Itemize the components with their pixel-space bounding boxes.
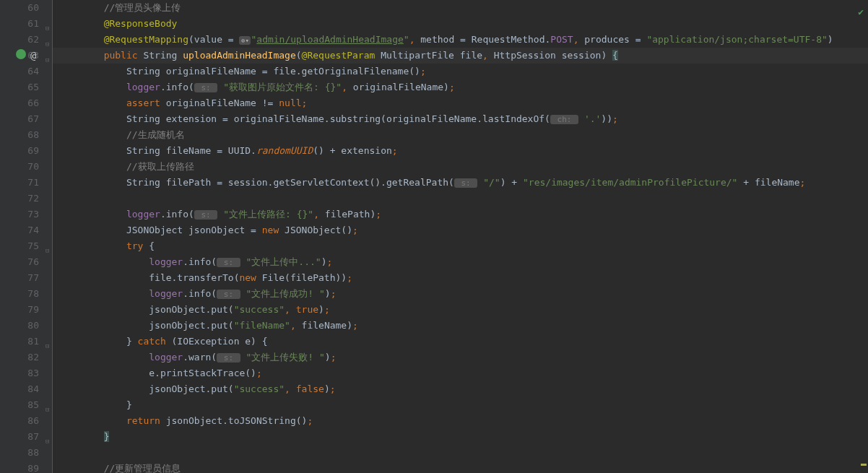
line-number: 82	[0, 350, 39, 365]
token	[240, 288, 246, 299]
token: ,	[482, 50, 488, 61]
line-number: 76	[0, 254, 39, 270]
code-line[interactable]: @ResponseBody	[53, 16, 868, 32]
line-number: 64	[0, 64, 39, 79]
token: )	[324, 383, 330, 394]
token	[240, 256, 246, 267]
token: file.transferTo(	[149, 272, 239, 283]
token: "res/images/item/adminProfilePicture/"	[523, 177, 737, 188]
code-line[interactable]: logger.info( s: "获取图片原始文件名: {}", origina…	[53, 79, 868, 95]
code-line[interactable]: String extension = originalFileName.subs…	[53, 111, 868, 127]
token: filePath)	[319, 209, 376, 220]
token: ;	[302, 97, 308, 108]
code-line[interactable]: //更新管理员信息	[53, 461, 868, 473]
token: @RequestMapping	[104, 34, 188, 45]
token: ;	[331, 288, 337, 299]
code-line[interactable]: String originalFileName = file.getOrigin…	[53, 64, 868, 79]
token: ;	[324, 304, 330, 315]
scrollbar-warning[interactable]	[861, 464, 867, 466]
token: uploadAdminHeadImage	[183, 50, 296, 61]
line-number: 70	[0, 159, 39, 175]
token: ;	[347, 272, 352, 283]
code-line[interactable]: e.printStackTrace();	[53, 365, 868, 381]
token: ) +	[500, 177, 523, 188]
token: new	[239, 272, 261, 283]
fold-icon[interactable]: ⊟	[45, 338, 51, 344]
token: null	[279, 97, 301, 108]
analysis-ok-icon[interactable]: ✔	[858, 4, 864, 20]
line-number: 60	[0, 0, 39, 16]
code-line[interactable]: jsonObject.put("fileName", fileName);	[53, 318, 868, 334]
token: try	[126, 240, 149, 251]
token: "文件上传失败! "	[246, 352, 325, 363]
code-line[interactable]: assert originalFileName != null;	[53, 95, 868, 111]
code-line[interactable]: String fileName = UUID.randomUUID() + ex…	[53, 143, 868, 159]
code-editor[interactable]: 6061626364656667686970717273747576777879…	[0, 0, 868, 473]
code-line[interactable]: @RequestMapping(value = ⊕▾"admin/uploadA…	[53, 32, 868, 48]
token: s:	[217, 353, 240, 363]
run-icon[interactable]	[16, 49, 26, 59]
code-line[interactable]: file.transferTo(new File(filePath));	[53, 270, 868, 286]
code-line[interactable]: public String uploadAdminHeadImage(@Requ…	[53, 48, 868, 64]
token: .warn(	[183, 352, 217, 363]
fold-icon[interactable]: ⊟	[45, 52, 51, 58]
token: //更新管理员信息	[104, 463, 181, 473]
code-line[interactable]: logger.info( s: "文件上传中...");	[53, 254, 868, 270]
code-line[interactable]: logger.info( s: "文件上传路径: {}", filePath);	[53, 207, 868, 222]
token: }	[126, 336, 138, 347]
token: .info(	[183, 288, 217, 299]
code-line[interactable]	[53, 191, 868, 207]
fold-icon[interactable]: ⊟	[45, 402, 51, 407]
token: "success"	[234, 304, 285, 315]
token: jsonObject.toJSONString()	[166, 415, 308, 426]
token: new	[262, 225, 285, 235]
token: "success"	[234, 383, 285, 394]
fold-icon[interactable]: ⊟	[45, 243, 51, 248]
code-line[interactable]: //获取上传路径	[53, 159, 868, 175]
token: s:	[217, 258, 240, 267]
token: s:	[194, 210, 218, 220]
token: ;	[307, 415, 313, 426]
code-line[interactable]: String filePath = session.getServletCont…	[53, 175, 868, 191]
token	[240, 352, 246, 363]
fold-icon[interactable]: ⊟	[45, 36, 51, 42]
line-number: 77	[0, 270, 39, 286]
override-icon[interactable]: @	[30, 48, 36, 64]
code-area[interactable]: ✔ //管理员头像上传 @ResponseBody @RequestMappin…	[52, 0, 868, 473]
token: "/"	[483, 177, 500, 188]
fold-icon[interactable]: ⊟	[45, 433, 51, 439]
token: )	[325, 352, 331, 363]
token: ;	[612, 113, 618, 124]
code-line[interactable]: try {	[53, 238, 868, 254]
code-line[interactable]: //管理员头像上传	[53, 0, 868, 16]
code-line[interactable]: jsonObject.put("success", false);	[53, 381, 868, 397]
code-line[interactable]: jsonObject.put("success", true);	[53, 302, 868, 318]
token: ;	[330, 383, 336, 394]
token: assert	[126, 97, 166, 108]
code-line[interactable]: } catch (IOException e) {	[53, 334, 868, 350]
line-number: 87	[0, 429, 39, 445]
code-line[interactable]: }	[53, 397, 868, 413]
code-line[interactable]: }	[53, 429, 868, 445]
token: //生成随机名	[126, 129, 185, 140]
code-line[interactable]	[53, 445, 868, 461]
code-line[interactable]: //生成随机名	[53, 127, 868, 143]
token: )	[828, 34, 833, 45]
line-number: 69	[0, 143, 39, 159]
line-number: 86	[0, 413, 39, 429]
code-line[interactable]: logger.warn( s: "文件上传失败! ");	[53, 350, 868, 365]
token	[217, 82, 223, 92]
code-line[interactable]: logger.info( s: "文件上传成功! ");	[53, 286, 868, 302]
line-number: 81	[0, 334, 39, 350]
code-line[interactable]: JSONObject jsonObject = new JSONObject()…	[53, 222, 868, 238]
token	[217, 209, 223, 220]
token: JSONObject jsonObject =	[126, 225, 262, 235]
token: )	[318, 304, 324, 315]
token: public	[104, 50, 144, 61]
code-line[interactable]: return jsonObject.toJSONString();	[53, 413, 868, 429]
line-number: 67	[0, 111, 39, 127]
token: return	[126, 415, 166, 426]
token: catch	[138, 336, 172, 347]
token: ;	[352, 320, 358, 331]
fold-icon[interactable]: ⊟	[45, 20, 51, 26]
